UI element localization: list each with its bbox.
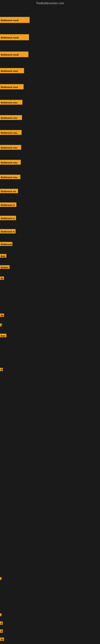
bottleneck-result-label: Bottleneck re bbox=[0, 229, 16, 234]
bottleneck-result-label: Bottleneck resu bbox=[0, 175, 20, 179]
bottleneck-result-label: Bo bbox=[0, 314, 4, 317]
bottleneck-result-label: | bbox=[0, 614, 1, 616]
bottleneck-result-label: Bottleneck result bbox=[0, 52, 28, 57]
bottleneck-result-label: Bottleneck res bbox=[0, 189, 18, 193]
bottleneck-result-label: Bottleneck resu bbox=[0, 145, 21, 150]
bar-row: Bottleneck res bbox=[0, 189, 18, 193]
bottleneck-result-label: Bo bbox=[0, 638, 4, 641]
bar-row: Bottleneck result bbox=[0, 17, 30, 23]
bar-row: B bbox=[0, 622, 3, 625]
bottleneck-result-label: | bbox=[0, 577, 1, 580]
bar-row: Bott bbox=[0, 254, 6, 258]
bottleneck-result-label: B bbox=[0, 368, 3, 371]
bar-row: Bottleneck resu bbox=[0, 100, 22, 105]
bottleneck-result-label: Bottleneck resu bbox=[0, 115, 22, 120]
bar-row: B bbox=[0, 324, 2, 326]
bottleneck-result-label: Bo bbox=[0, 276, 4, 280]
bottleneck-result-label: Bottleneck resul bbox=[0, 84, 24, 89]
bottleneck-result-label: Bottleneck result bbox=[0, 34, 29, 40]
bar-row: Bottleneck re bbox=[0, 216, 16, 220]
bar-row: Bottleneck resul bbox=[0, 68, 24, 73]
bottleneck-result-label: Bottleneck bbox=[0, 242, 12, 246]
bottleneck-result-label: Bottleneck resu bbox=[0, 130, 22, 135]
bar-row: Bottleneck resu bbox=[0, 130, 22, 135]
bar-row: Bo bbox=[0, 314, 4, 317]
bar-row: Bo bbox=[0, 276, 4, 280]
bottleneck-result-label: B bbox=[0, 622, 3, 625]
bar-row: Bo bbox=[0, 638, 4, 641]
bar-row: Bottleneck resu bbox=[0, 115, 22, 120]
bottleneck-result-label: Bottleneck result bbox=[0, 17, 30, 23]
bar-row: Bott bbox=[0, 334, 6, 337]
bottleneck-result-label: B bbox=[0, 630, 3, 633]
bottleneck-result-label: Bottleneck resu bbox=[0, 100, 22, 105]
bar-row: B bbox=[0, 630, 3, 633]
bottleneck-result-label: Bottleneck re bbox=[0, 216, 16, 220]
bar-row: B bbox=[0, 368, 3, 371]
bar-row: Bottleneck bbox=[0, 242, 12, 246]
bottleneck-result-label: Bottleneck resu bbox=[0, 160, 21, 164]
bar-row: | bbox=[0, 577, 1, 580]
bar-row: Bottleneck result bbox=[0, 52, 28, 57]
bar-row: Bottlen bbox=[0, 265, 10, 269]
bar-row: Bottleneck resu bbox=[0, 160, 21, 164]
bar-row: Bottleneck result bbox=[0, 34, 29, 40]
bottleneck-result-label: Bott bbox=[0, 254, 6, 258]
bottleneck-result-label: Bottleneck re bbox=[0, 202, 16, 207]
bar-row: Bottleneck resu bbox=[0, 175, 20, 179]
bottleneck-result-label: Bottlen bbox=[0, 265, 10, 269]
bar-row: Bottleneck resul bbox=[0, 84, 24, 89]
bar-row: Bottleneck resu bbox=[0, 145, 21, 150]
site-title: TheBottlenecker.com bbox=[0, 0, 100, 6]
bottleneck-result-label: Bott bbox=[0, 334, 6, 337]
bar-row: | bbox=[0, 614, 1, 616]
bar-row: Bottleneck re bbox=[0, 202, 16, 207]
bottleneck-result-label: Bottleneck resul bbox=[0, 68, 24, 73]
bar-row: Bottleneck re bbox=[0, 229, 16, 234]
bottleneck-result-label: B bbox=[0, 324, 2, 326]
